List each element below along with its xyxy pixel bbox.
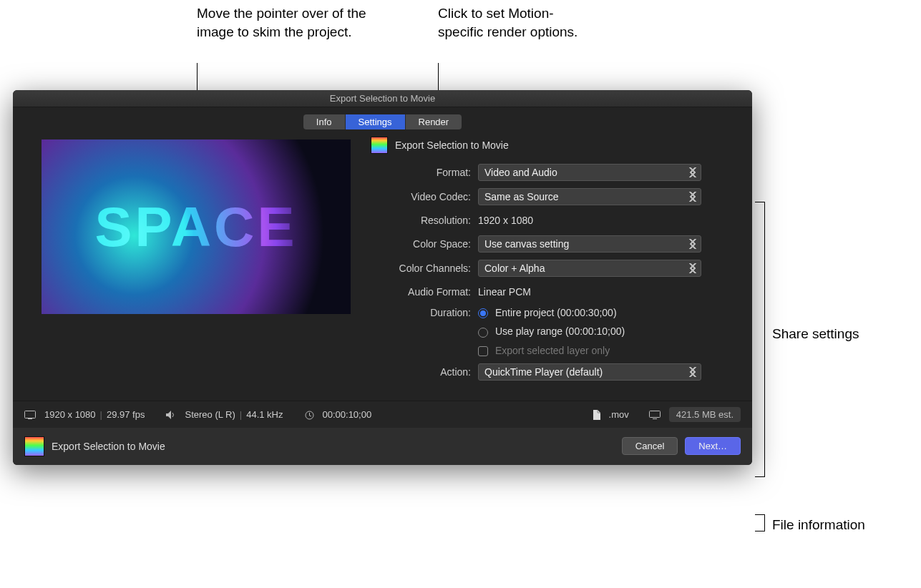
callout-render: Click to set Motion-specific render opti… xyxy=(438,4,581,41)
callout-share-settings: Share settings xyxy=(772,325,859,343)
status-extension: .mov xyxy=(609,409,629,420)
duration-range-label: Use play range (00:00:10;00) xyxy=(495,325,625,337)
svg-rect-0 xyxy=(25,411,36,418)
label-format: Format: xyxy=(371,167,478,178)
status-dimensions: 1920 x 1080 xyxy=(44,409,96,420)
label-resolution: Resolution: xyxy=(371,215,478,226)
label-audio-format: Audio Format: xyxy=(371,286,478,298)
callout-file-info: File information xyxy=(772,516,865,534)
label-duration: Duration: xyxy=(371,307,478,318)
bracket-share xyxy=(755,202,765,477)
monitor-icon xyxy=(649,409,661,420)
action-select[interactable]: QuickTime Player (default) xyxy=(478,363,701,381)
file-icon xyxy=(593,409,600,421)
resolution-value: 1920 x 1080 xyxy=(478,212,533,228)
clock-icon xyxy=(305,409,314,420)
checkbox-export-layer xyxy=(478,346,488,356)
svg-rect-1 xyxy=(28,418,32,419)
bracket-fileinfo xyxy=(755,514,765,531)
svg-marker-2 xyxy=(166,411,171,419)
export-layer-label: Export selected layer only xyxy=(495,345,610,356)
settings-panel: Export Selection to Movie Format: Video … xyxy=(371,137,732,388)
video-codec-select[interactable]: Same as Source xyxy=(478,188,701,205)
label-color-channels: Color Channels: xyxy=(371,263,478,274)
window-title: Export Selection to Movie xyxy=(13,90,752,107)
panel-title: Export Selection to Movie xyxy=(395,139,509,151)
radio-play-range[interactable] xyxy=(478,328,488,338)
speaker-icon xyxy=(166,409,176,420)
svg-rect-4 xyxy=(649,411,660,418)
export-window: Export Selection to Movie Info Settings … xyxy=(13,90,752,465)
svg-rect-5 xyxy=(653,418,657,419)
format-select[interactable]: Video and Audio xyxy=(478,164,701,181)
tab-settings[interactable]: Settings xyxy=(346,114,406,129)
preview-skimmer[interactable]: SPACE xyxy=(42,139,351,314)
preview-text: SPACE xyxy=(95,195,298,260)
label-action: Action: xyxy=(371,366,478,378)
footer-title: Export Selection to Movie xyxy=(52,441,165,452)
label-video-codec: Video Codec: xyxy=(371,191,478,202)
callout-skim: Move the pointer over of the image to sk… xyxy=(197,4,369,41)
footer: Export Selection to Movie Cancel Next… xyxy=(13,428,752,465)
status-fps: 29.97 fps xyxy=(107,409,145,420)
display-icon xyxy=(24,409,36,420)
tab-bar: Info Settings Render xyxy=(13,107,752,134)
status-size-est: 421.5 MB est. xyxy=(669,407,741,422)
motion-icon xyxy=(371,137,388,154)
color-space-select[interactable]: Use canvas setting xyxy=(478,235,701,253)
cancel-button[interactable]: Cancel xyxy=(622,437,678,455)
audio-format-value: Linear PCM xyxy=(478,284,531,300)
status-bar: 1920 x 1080 | 29.97 fps Stereo (L R) | 4… xyxy=(13,401,752,428)
tab-render[interactable]: Render xyxy=(406,114,462,129)
label-color-space: Color Space: xyxy=(371,238,478,250)
status-khz: 44.1 kHz xyxy=(246,409,283,420)
status-duration: 00:00:10;00 xyxy=(323,409,372,420)
status-audio: Stereo (L R) xyxy=(185,409,235,420)
color-channels-select[interactable]: Color + Alpha xyxy=(478,260,701,277)
radio-entire-project[interactable] xyxy=(478,308,488,318)
duration-entire-label: Entire project (00:00:30;00) xyxy=(495,307,617,318)
motion-icon xyxy=(24,436,44,456)
tab-info[interactable]: Info xyxy=(303,114,346,129)
next-button[interactable]: Next… xyxy=(685,437,741,455)
